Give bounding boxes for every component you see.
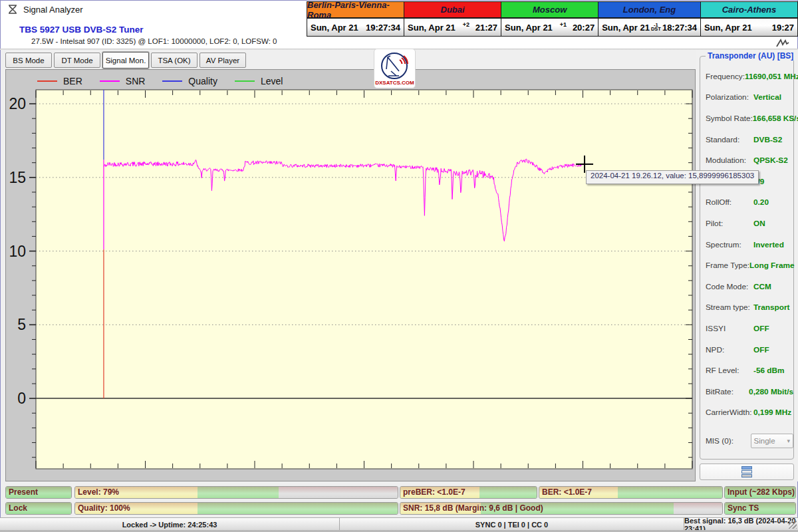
tp-row-bitrate: BitRate:0,280 Mbit/s	[700, 381, 793, 402]
mode-tabs: BS Mode DT Mode Signal Mon. TSA (OK) AV …	[5, 53, 246, 68]
status-uptime: Locked -> Uptime: 24:25:43	[0, 518, 339, 531]
signature-watermark	[775, 39, 790, 48]
clock-date: Sun, Apr 21	[311, 23, 358, 33]
clock-date: Sun, Apr 21	[704, 23, 752, 33]
input-indicator: Input (~282 Kbps)	[724, 486, 796, 499]
legend-snr: SNR	[100, 76, 146, 86]
svg-text:10: 10	[9, 243, 26, 260]
signal-analyzer-window: Signal Analyzer TBS 5927 USB DVB-S2 Tune…	[0, 0, 798, 532]
clock-city-label: Berlin-Paris-Vienna-Roma	[307, 2, 404, 19]
transponder-groupbox: Transponder (AU) [BS] Frequency:11690,05…	[700, 56, 794, 460]
svg-text:20: 20	[9, 95, 26, 112]
quality-meter: Quality: 100%	[74, 502, 398, 515]
clock-dst-offset: -1 DST	[651, 23, 661, 31]
clock-berlin: Berlin-Paris-Vienna-Roma Sun, Apr 21 19:…	[307, 2, 404, 36]
chart-legend: BER SNR Quality Level	[37, 76, 293, 86]
world-clock-panel: Berlin-Paris-Vienna-Roma Sun, Apr 21 19:…	[307, 1, 798, 37]
tp-row-rolloff: RollOff:0.20	[700, 192, 793, 213]
clock-city-label: London, Eng	[598, 2, 700, 19]
clock-moscow: Moscow Sun, Apr 21 +1 20:27	[501, 2, 598, 36]
tuner-name: TBS 5927 USB DVB-S2 Tuner	[19, 25, 144, 35]
snr-meter: SNR: 15,8 dB (Margin: 9,6 dB | Good)	[400, 502, 723, 515]
tab-signal-mon[interactable]: Signal Mon.	[102, 52, 149, 68]
clock-london: London, Eng Sun, Apr 21 -1 DST 18:27:34	[598, 2, 700, 36]
clock-city-label: Dubai	[404, 2, 501, 19]
record-list-button[interactable]	[700, 464, 794, 480]
clock-city-label: Moscow	[501, 2, 598, 19]
dxsatcs-logo: DXSATCS.COM	[374, 49, 416, 88]
mis-dropdown[interactable]: Single ▾	[751, 434, 793, 448]
tp-row-polarization: Polarization:Vertical	[700, 87, 793, 108]
tp-row-mis: MIS (0): Single ▾	[700, 430, 793, 452]
tp-row-symbol-rate: Symbol Rate:166,658 KS/s	[700, 108, 793, 129]
legend-ber: BER	[37, 76, 82, 86]
level-line-swatch	[235, 80, 255, 82]
transponder-title: Transponder (AU) [BS]	[706, 51, 795, 61]
clock-date: Sun, Apr 21	[602, 23, 650, 33]
tp-row-code-mode: Code Mode:CCM	[700, 276, 793, 297]
tp-row-stream-type: Stream type:Transport	[700, 297, 793, 319]
clock-date: Sun, Apr 21	[408, 23, 456, 33]
clock-date: Sun, Apr 21	[505, 23, 553, 33]
level-meter: Level: 79%	[74, 486, 398, 499]
clock-time: 19:27:34	[366, 23, 400, 33]
sync-ts-indicator: Sync TS	[724, 502, 796, 515]
clock-utc-offset: +2	[463, 21, 469, 28]
tp-row-frequency: Frequency:11690,051 MHz	[700, 66, 793, 87]
svg-text:15: 15	[9, 169, 26, 186]
clock-city-label: Cairo-Athens	[701, 2, 797, 19]
tp-row-modulation: Modulation:QPSK-S2	[700, 150, 793, 171]
clock-dubai: Dubai Sun, Apr 21 +2 21:27	[404, 2, 501, 36]
tuner-details: 27.5W - Intelsat 907 (ID: 3325) @ LOF1: …	[31, 37, 277, 45]
tp-row-carrier-width: CarrierWidth:0,199 MHz	[700, 402, 793, 424]
present-indicator: Present	[5, 486, 72, 499]
chevron-down-icon: ▾	[787, 438, 790, 444]
stacked-disks-icon	[741, 466, 752, 477]
legend-quality: Quality	[162, 76, 217, 86]
transponder-panel: Transponder (AU) [BS] Frequency:11690,05…	[696, 50, 798, 481]
window-title: Signal Analyzer	[23, 5, 83, 15]
clock-time: 20:27	[573, 23, 595, 33]
clock-time: 21:27	[475, 23, 497, 33]
clock-time: 19:27	[772, 23, 794, 33]
tp-row-standard: Standard:DVB-S2	[700, 129, 793, 150]
tp-row-issyi: ISSYIOFF	[700, 318, 793, 339]
svg-text:5: 5	[17, 316, 26, 333]
snr-line-swatch	[100, 80, 120, 82]
chart-tooltip: 2024-04-21 19.26.12, value: 15,899999618…	[586, 170, 759, 184]
tp-row-pilot: Pilot:ON	[700, 213, 793, 234]
ber-line-swatch	[37, 80, 57, 82]
transponder-rows: Frequency:11690,051 MHz Polarization:Ver…	[700, 66, 793, 452]
tp-row-rf-level: RF Level:-56 dBm	[700, 360, 793, 381]
preber-meter: preBER: <1.0E-7	[400, 486, 537, 499]
snr-plot-area[interactable]: 05101520	[6, 70, 694, 479]
ber-meter: BER: <1.0E-7	[539, 486, 723, 499]
satellite-dish-icon	[7, 5, 19, 15]
resize-grip[interactable]	[789, 521, 797, 529]
status-sync-counters: SYNC 0 | TEI 0 | CC 0	[339, 518, 684, 531]
status-best-signal: Best signal: 16,3 dB (2024-04-20 23:41)	[684, 518, 798, 531]
legend-level: Level	[235, 76, 283, 86]
signal-chart-widget: BER SNR Quality Level 05101520 2024-04-2…	[5, 69, 696, 481]
svg-text:0: 0	[17, 390, 26, 407]
clock-utc-offset: +1	[560, 21, 567, 28]
tab-tsa[interactable]: TSA (OK)	[151, 53, 198, 68]
clock-time: 18:27:34	[662, 23, 697, 33]
tab-av-player[interactable]: AV Player	[200, 53, 246, 68]
lock-indicator: Lock	[5, 502, 72, 515]
tp-row-npd: NPD:OFF	[700, 339, 793, 360]
status-bar: Locked -> Uptime: 24:25:43 SYNC 0 | TEI …	[0, 517, 798, 531]
tab-dt-mode[interactable]: DT Mode	[54, 53, 100, 68]
svg-text:DXSATCS.COM: DXSATCS.COM	[375, 80, 414, 86]
tp-row-spectrum: Spectrum:Inverted	[700, 234, 793, 255]
quality-line-swatch	[162, 80, 182, 82]
tab-bs-mode[interactable]: BS Mode	[5, 53, 52, 68]
clock-cairo: Cairo-Athens Sun, Apr 21 19:27	[700, 2, 797, 36]
tp-row-frame-type: Frame Type:Long Frame	[700, 255, 793, 276]
